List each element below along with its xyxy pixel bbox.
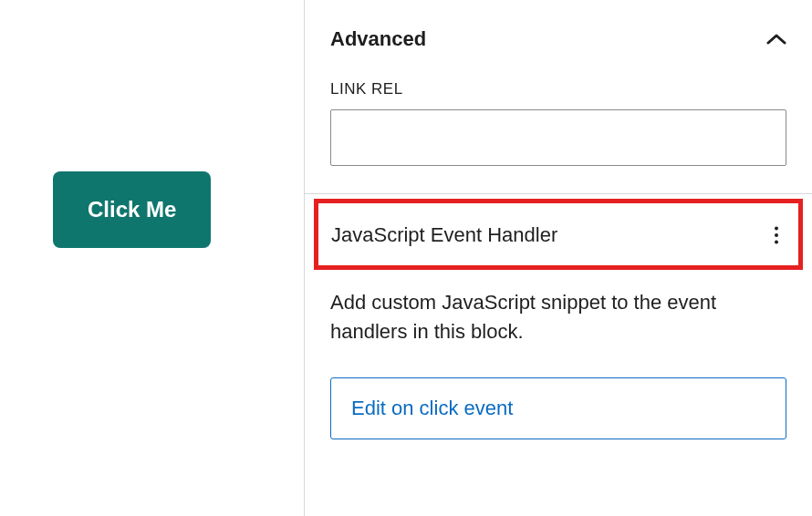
svg-point-0 [775, 227, 778, 231]
advanced-section-header[interactable]: Advanced [305, 18, 812, 60]
svg-point-1 [775, 233, 778, 237]
section-divider [305, 193, 812, 194]
edit-button-container: Edit on click event [305, 354, 812, 449]
js-handler-highlight: JavaScript Event Handler [314, 199, 803, 270]
edit-click-event-button[interactable]: Edit on click event [330, 377, 786, 439]
js-handler-section-header[interactable]: JavaScript Event Handler [318, 203, 798, 265]
js-handler-description: Add custom JavaScript snippet to the eve… [305, 277, 812, 354]
more-vertical-icon[interactable] [765, 224, 787, 246]
js-handler-title: JavaScript Event Handler [331, 223, 557, 247]
svg-point-2 [775, 241, 778, 244]
advanced-section-title: Advanced [330, 27, 426, 51]
demo-button[interactable]: Click Me [53, 171, 211, 248]
link-rel-label: LINK REL [330, 80, 786, 98]
block-settings-sidebar: Advanced LINK REL JavaScript Event Handl… [304, 0, 812, 516]
chevron-up-icon [766, 33, 786, 46]
link-rel-input[interactable] [330, 109, 786, 166]
link-rel-field-group: LINK REL [305, 60, 812, 193]
editor-canvas: Click Me [0, 0, 304, 516]
